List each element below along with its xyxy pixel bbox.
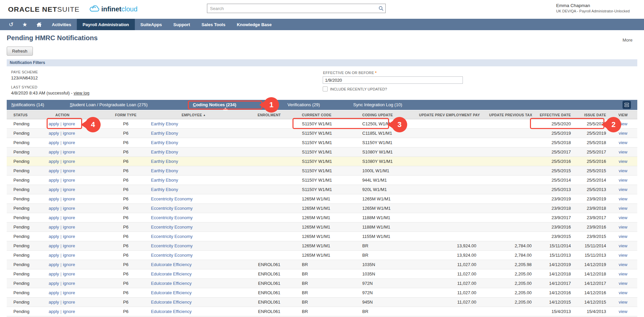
view-link[interactable]: view	[619, 234, 627, 239]
employee-link[interactable]: Earthly Ebony	[151, 168, 178, 173]
apply-link[interactable]: apply	[49, 225, 59, 230]
ignore-link[interactable]: ignore	[63, 168, 75, 173]
ignore-link[interactable]: ignore	[63, 215, 75, 220]
apply-link[interactable]: apply	[49, 215, 59, 220]
apply-link[interactable]: apply	[49, 253, 59, 258]
view-link[interactable]: view	[619, 215, 627, 220]
employee-link[interactable]: Eccentricity Economy	[151, 196, 193, 201]
employee-link[interactable]: Edulcorate Efficiency	[151, 281, 192, 286]
column-header-current-code[interactable]: CURRENT CODE	[297, 111, 357, 119]
nav-item-knowledge-base[interactable]: Knowledge Base	[231, 19, 277, 30]
apply-link[interactable]: apply	[49, 309, 59, 314]
search-icon[interactable]	[377, 6, 385, 11]
apply-link[interactable]: apply	[49, 243, 59, 248]
view-link[interactable]: view	[619, 290, 627, 295]
column-header-status[interactable]: STATUS	[7, 111, 44, 119]
toggle-panel-icon[interactable]	[623, 101, 631, 109]
more-link[interactable]: More	[623, 38, 633, 43]
ignore-link[interactable]: ignore	[63, 131, 75, 136]
ignore-link[interactable]: ignore	[63, 253, 75, 258]
nav-item-support[interactable]: Support	[168, 19, 196, 30]
column-header-effective-date[interactable]: EFFECTIVE DATE	[538, 111, 574, 119]
column-header-action[interactable]: ACTION	[44, 111, 106, 119]
view-log-link[interactable]: view log	[73, 90, 89, 96]
ignore-link[interactable]: ignore	[63, 187, 75, 192]
user-role[interactable]: UK DEV/QA - Payroll Administrator-Unlock…	[556, 9, 630, 13]
view-link[interactable]: view	[619, 187, 627, 192]
recent-records-icon[interactable]: ↺	[0, 19, 18, 30]
view-link[interactable]: view	[619, 140, 627, 145]
employee-link[interactable]: Earthly Ebony	[151, 187, 178, 192]
employee-link[interactable]: Earthly Ebony	[151, 178, 178, 183]
view-link[interactable]: view	[619, 168, 627, 173]
employee-link[interactable]: Edulcorate Efficiency	[151, 262, 192, 267]
employee-link[interactable]: Eccentricity Economy	[151, 206, 193, 211]
column-header-employee[interactable]: EMPLOYEE▲	[146, 111, 241, 119]
notification-filters-header[interactable]: Notification Filters	[7, 59, 637, 66]
apply-link[interactable]: apply	[49, 262, 59, 267]
employee-link[interactable]: Edulcorate Efficiency	[151, 300, 192, 305]
employee-link[interactable]: Eccentricity Economy	[151, 215, 193, 220]
apply-link[interactable]: apply	[49, 140, 59, 145]
home-icon[interactable]	[32, 19, 46, 30]
employee-link[interactable]: Earthly Ebony	[151, 159, 178, 164]
column-header-issue-date[interactable]: ISSUE DATE	[574, 111, 609, 119]
nav-item-payroll-administration[interactable]: Payroll Administration	[77, 19, 135, 30]
employee-link[interactable]: Eccentricity Economy	[151, 243, 193, 248]
employee-link[interactable]: Eccentricity Economy	[151, 234, 193, 239]
view-link[interactable]: view	[619, 300, 627, 305]
view-link[interactable]: view	[619, 178, 627, 183]
view-link[interactable]: view	[619, 271, 627, 276]
view-link[interactable]: view	[619, 121, 627, 126]
view-link[interactable]: view	[619, 196, 627, 201]
apply-link[interactable]: apply	[49, 149, 59, 154]
tab-verifications-29[interactable]: Verifications (29)	[287, 100, 320, 110]
employee-link[interactable]: Eccentricity Economy	[151, 253, 193, 258]
employee-link[interactable]: Edulcorate Efficiency	[151, 309, 192, 314]
tab-student-loan-postgraduate-loan-275[interactable]: Student Loan / Postgraduate Loan (275)	[70, 100, 148, 110]
apply-link[interactable]: apply	[49, 178, 59, 183]
employee-link[interactable]: Earthly Ebony	[151, 131, 178, 136]
ignore-link[interactable]: ignore	[63, 121, 75, 126]
ignore-link[interactable]: ignore	[63, 281, 75, 286]
ignore-link[interactable]: ignore	[63, 234, 75, 239]
ignore-link[interactable]: ignore	[63, 290, 75, 295]
column-header-view[interactable]: VIEW	[609, 111, 637, 119]
ignore-link[interactable]: ignore	[63, 178, 75, 183]
employee-link[interactable]: Eccentricity Economy	[151, 225, 193, 230]
tab-coding-notices-234[interactable]: Coding Notices (234)	[193, 100, 236, 110]
column-header-update-prev-employment-pay[interactable]: UPDATE PREV EMPLOYMENT PAY	[416, 111, 483, 119]
column-header-enrolment[interactable]: ENROLMENT	[241, 111, 297, 119]
employee-link[interactable]: Earthly Ebony	[151, 149, 178, 154]
ignore-link[interactable]: ignore	[63, 300, 75, 305]
ignore-link[interactable]: ignore	[63, 225, 75, 230]
shortcuts-star-icon[interactable]: ★	[18, 19, 32, 30]
view-link[interactable]: view	[619, 281, 627, 286]
ignore-link[interactable]: ignore	[63, 243, 75, 248]
employee-link[interactable]: Earthly Ebony	[151, 140, 178, 145]
view-link[interactable]: view	[619, 243, 627, 248]
view-link[interactable]: view	[619, 309, 627, 314]
apply-link[interactable]: apply	[49, 290, 59, 295]
view-link[interactable]: view	[619, 206, 627, 211]
apply-link[interactable]: apply	[49, 168, 59, 173]
employee-link[interactable]: Edulcorate Efficiency	[151, 271, 192, 276]
employee-link[interactable]: Edulcorate Efficiency	[151, 290, 192, 295]
ignore-link[interactable]: ignore	[63, 149, 75, 154]
view-link[interactable]: view	[619, 225, 627, 230]
view-link[interactable]: view	[619, 159, 627, 164]
column-header-update-previous-tax[interactable]: UPDATE PREVIOUS TAX	[483, 111, 538, 119]
column-header-form-type[interactable]: FORM TYPE	[106, 111, 146, 119]
apply-link[interactable]: apply	[49, 196, 59, 201]
ignore-link[interactable]: ignore	[63, 271, 75, 276]
view-link[interactable]: view	[619, 253, 627, 258]
ignore-link[interactable]: ignore	[63, 159, 75, 164]
nav-item-activities[interactable]: Activities	[46, 19, 77, 30]
apply-link[interactable]: apply	[49, 159, 59, 164]
user-name[interactable]: Emma Chapman	[556, 3, 590, 8]
apply-link[interactable]: apply	[49, 121, 59, 126]
view-link[interactable]: view	[619, 131, 627, 136]
search-input[interactable]	[207, 6, 377, 11]
apply-link[interactable]: apply	[49, 131, 59, 136]
employee-link[interactable]: Earthly Ebony	[151, 121, 178, 126]
